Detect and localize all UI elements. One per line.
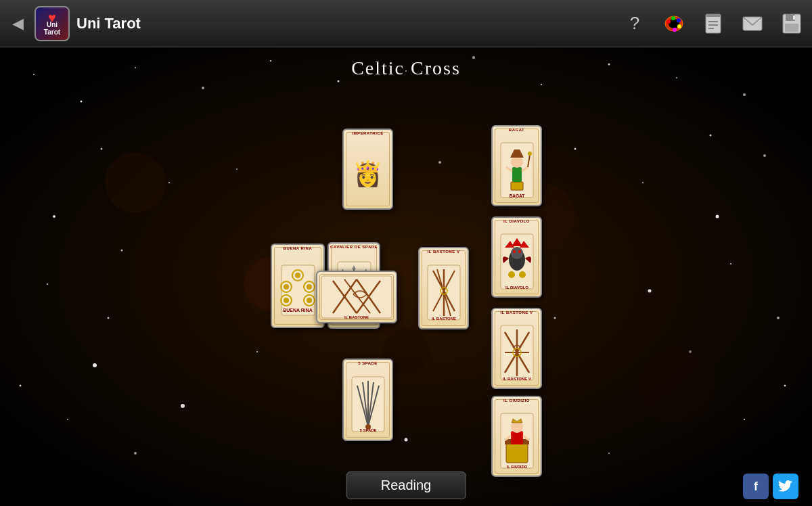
svg-point-2 [667,20,671,24]
svg-point-67 [295,273,300,278]
card-center-horizontal[interactable]: IL BASTONE [316,271,397,323]
card-column-4[interactable]: IL GIUDIZIO [491,396,542,477]
svg-point-124 [511,247,523,259]
svg-text:IL BASTONE V: IL BASTONE V [503,377,531,381]
svg-point-23 [338,80,340,83]
svg-point-127 [508,271,515,278]
save-button[interactable] [778,10,805,37]
svg-point-126 [518,250,521,253]
svg-point-73 [284,298,289,303]
main-area: Celtic Cross IMPERATRICE 👸 BUENA RINA [0,47,812,506]
svg-text:IL BASTONE: IL BASTONE [344,315,369,319]
cards-area: IMPERATRICE 👸 BUENA RINA [0,88,812,465]
svg-point-128 [519,271,526,278]
mail-button[interactable] [739,10,766,37]
card-bottom[interactable]: 5 SPADE 5 SPADE [342,359,393,441]
reading-button[interactable]: Reading [346,472,466,499]
svg-rect-7 [706,14,721,33]
notes-button[interactable] [700,10,727,37]
card-top[interactable]: IMPERATRICE 👸 [342,129,393,210]
twitter-button[interactable] [773,474,798,499]
svg-point-3 [671,16,675,20]
svg-point-5 [677,24,681,28]
card-column-1[interactable]: BAGAT [491,125,542,206]
svg-text:IL GIUDIZIO: IL GIUDIZIO [506,465,527,469]
card-column-3[interactable]: IL BASTONE V IL BASTONE V [491,308,542,389]
svg-point-125 [513,250,516,253]
svg-text:BAGAT: BAGAT [509,193,524,198]
svg-text:IL DIAVOLO: IL DIAVOLO [505,285,528,290]
svg-rect-112 [512,167,522,182]
svg-text:IL BASTONE: IL BASTONE [431,317,455,321]
card-column-2[interactable]: IL DIAVOLO [491,216,542,298]
svg-point-6 [673,28,677,32]
svg-rect-15 [785,24,798,32]
svg-point-117 [528,152,532,156]
help-button[interactable]: ? [621,10,648,37]
svg-point-75 [307,298,312,303]
app-logo: ♥ UniTarot [35,6,70,41]
toolbar: ◀ ♥ UniTarot Uni Tarot ? [0,0,812,47]
card-right[interactable]: IL BASTONE V IL BASTONE [418,247,469,329]
palette-button[interactable] [660,10,687,37]
facebook-button[interactable]: f [743,474,769,499]
page-title: Celtic Cross [0,58,812,79]
social-buttons: f [743,474,798,499]
logo-text: UniTarot [36,21,68,36]
back-button[interactable]: ◀ [7,12,29,35]
svg-rect-111 [511,182,523,190]
svg-point-69 [284,284,289,290]
svg-point-71 [307,284,312,290]
svg-text:BUENA RINA: BUENA RINA [283,308,313,313]
svg-rect-138 [506,442,528,463]
svg-text:5 SPADE: 5 SPADE [359,428,376,432]
svg-point-26 [541,84,542,85]
app-title: Uni Tarot [76,15,609,32]
svg-rect-8 [706,14,721,17]
svg-point-4 [677,18,681,22]
svg-rect-16 [793,16,795,20]
